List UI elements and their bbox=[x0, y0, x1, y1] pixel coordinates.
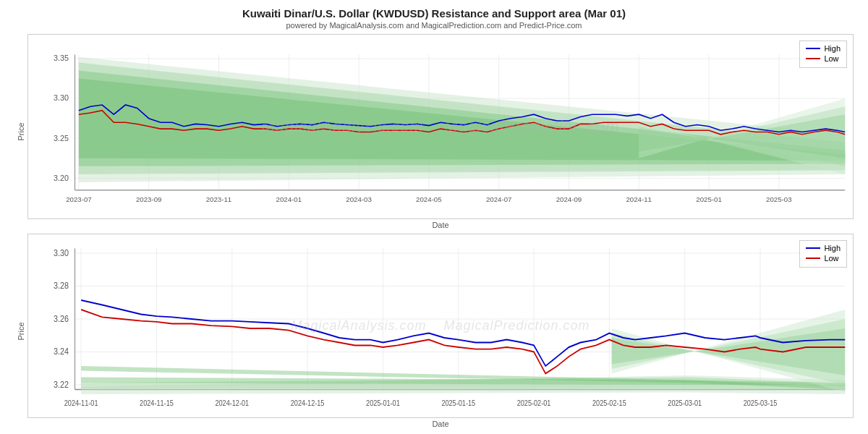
page-container: Kuwaiti Dinar/U.S. Dollar (KWDUSD) Resis… bbox=[0, 0, 868, 434]
svg-text:2025-01-01: 2025-01-01 bbox=[366, 398, 400, 407]
svg-text:2024-12-01: 2024-12-01 bbox=[215, 398, 249, 407]
low-line-indicator2 bbox=[806, 258, 820, 259]
chart1-x-label: Date bbox=[27, 221, 854, 229]
chart1-svg: 3.35 3.30 3.25 3.20 2023-07 2023-09 2023… bbox=[28, 35, 853, 218]
svg-text:2025-01: 2025-01 bbox=[696, 195, 722, 203]
chart1-svg-container: High Low MagicalAnalysis.com MagicalPred… bbox=[27, 34, 854, 219]
chart2-legend: High Low bbox=[799, 240, 847, 268]
svg-text:2023-07: 2023-07 bbox=[66, 195, 92, 203]
svg-text:2024-03: 2024-03 bbox=[346, 195, 372, 203]
svg-text:3.30: 3.30 bbox=[54, 93, 69, 102]
svg-text:2025-03-15: 2025-03-15 bbox=[744, 398, 778, 407]
svg-text:2024-11-15: 2024-11-15 bbox=[140, 398, 174, 407]
svg-text:2023-11: 2023-11 bbox=[206, 195, 232, 203]
chart2-legend-low: Low bbox=[806, 254, 841, 263]
chart1-low-label: Low bbox=[824, 54, 838, 63]
high-line-indicator2 bbox=[806, 247, 820, 249]
chart2-svg: 3.30 3.28 3.26 3.24 3.22 2024-11-01 2024… bbox=[28, 234, 853, 418]
chart2-legend-high: High bbox=[806, 244, 841, 252]
svg-text:3.20: 3.20 bbox=[54, 174, 69, 182]
chart1-legend-low: Low bbox=[806, 54, 841, 63]
svg-text:3.24: 3.24 bbox=[54, 346, 69, 357]
page-title: Kuwaiti Dinar/U.S. Dollar (KWDUSD) Resis… bbox=[14, 7, 854, 20]
svg-text:2024-05: 2024-05 bbox=[416, 195, 442, 203]
charts-area: Price High Low Mag bbox=[14, 34, 854, 428]
chart2-svg-container: High Low MagicalAnalysis.com MagicalPred… bbox=[27, 234, 854, 419]
svg-text:2025-02-15: 2025-02-15 bbox=[592, 398, 626, 407]
svg-text:2025-01-15: 2025-01-15 bbox=[441, 398, 475, 407]
chart1-legend: High Low bbox=[799, 41, 847, 68]
high-line-indicator bbox=[806, 48, 820, 49]
svg-text:2024-11: 2024-11 bbox=[626, 195, 652, 203]
chart1-high-label: High bbox=[824, 44, 841, 53]
chart1-inner: High Low MagicalAnalysis.com MagicalPred… bbox=[27, 34, 854, 229]
chart2-y-label: Price bbox=[14, 234, 27, 429]
svg-text:2024-01: 2024-01 bbox=[276, 195, 302, 203]
chart2-low-label: Low bbox=[824, 254, 838, 263]
svg-text:2025-03-01: 2025-03-01 bbox=[668, 398, 702, 407]
chart1-legend-high: High bbox=[806, 44, 841, 53]
chart2-x-label: Date bbox=[27, 420, 854, 428]
chart1-y-label: Price bbox=[14, 34, 27, 229]
svg-text:2024-07: 2024-07 bbox=[486, 195, 512, 203]
svg-text:3.28: 3.28 bbox=[54, 280, 69, 291]
chart1-wrapper: Price High Low Mag bbox=[14, 34, 854, 229]
chart2-high-label: High bbox=[824, 244, 841, 252]
svg-text:3.35: 3.35 bbox=[54, 54, 69, 62]
svg-text:2025-03: 2025-03 bbox=[766, 195, 792, 203]
svg-text:3.22: 3.22 bbox=[54, 378, 69, 389]
svg-marker-35 bbox=[79, 79, 845, 161]
low-line-indicator bbox=[806, 58, 820, 59]
svg-text:2024-12-15: 2024-12-15 bbox=[291, 398, 325, 407]
svg-text:3.25: 3.25 bbox=[54, 133, 69, 142]
svg-text:2024-11-01: 2024-11-01 bbox=[64, 398, 98, 407]
svg-text:2025-02-01: 2025-02-01 bbox=[517, 398, 551, 407]
svg-text:2024-09: 2024-09 bbox=[556, 195, 582, 203]
chart2-inner: High Low MagicalAnalysis.com MagicalPred… bbox=[27, 234, 854, 429]
svg-marker-74 bbox=[81, 267, 845, 389]
chart2-wrapper: Price High Low Mag bbox=[14, 234, 854, 429]
svg-text:3.30: 3.30 bbox=[54, 247, 69, 258]
svg-text:3.26: 3.26 bbox=[54, 312, 69, 323]
page-subtitle: powered by MagicalAnalysis.com and Magic… bbox=[14, 21, 854, 30]
svg-text:2023-09: 2023-09 bbox=[136, 195, 162, 203]
